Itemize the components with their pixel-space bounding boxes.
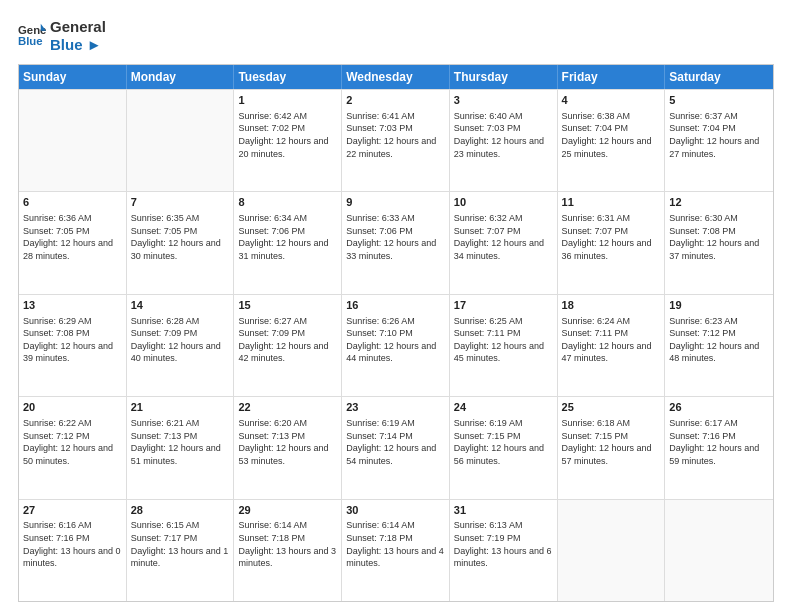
- logo: General Blue General Blue ►: [18, 18, 106, 54]
- week-row-4: 20Sunrise: 6:22 AM Sunset: 7:12 PM Dayli…: [19, 396, 773, 498]
- day-number: 24: [454, 400, 553, 415]
- cell-sun-info: Sunrise: 6:27 AM Sunset: 7:09 PM Dayligh…: [238, 315, 337, 365]
- day-cell-12: 12Sunrise: 6:30 AM Sunset: 7:08 PM Dayli…: [665, 192, 773, 293]
- day-number: 22: [238, 400, 337, 415]
- week-row-5: 27Sunrise: 6:16 AM Sunset: 7:16 PM Dayli…: [19, 499, 773, 601]
- day-cell-11: 11Sunrise: 6:31 AM Sunset: 7:07 PM Dayli…: [558, 192, 666, 293]
- page-header: General Blue General Blue ►: [18, 18, 774, 54]
- day-number: 29: [238, 503, 337, 518]
- day-cell-4: 4Sunrise: 6:38 AM Sunset: 7:04 PM Daylig…: [558, 90, 666, 191]
- empty-cell: [558, 500, 666, 601]
- weekday-header-wednesday: Wednesday: [342, 65, 450, 89]
- cell-sun-info: Sunrise: 6:21 AM Sunset: 7:13 PM Dayligh…: [131, 417, 230, 467]
- cell-sun-info: Sunrise: 6:17 AM Sunset: 7:16 PM Dayligh…: [669, 417, 769, 467]
- week-row-3: 13Sunrise: 6:29 AM Sunset: 7:08 PM Dayli…: [19, 294, 773, 396]
- cell-sun-info: Sunrise: 6:15 AM Sunset: 7:17 PM Dayligh…: [131, 519, 230, 569]
- day-number: 26: [669, 400, 769, 415]
- weekday-header-sunday: Sunday: [19, 65, 127, 89]
- day-cell-30: 30Sunrise: 6:14 AM Sunset: 7:18 PM Dayli…: [342, 500, 450, 601]
- day-cell-3: 3Sunrise: 6:40 AM Sunset: 7:03 PM Daylig…: [450, 90, 558, 191]
- logo-general: General: [50, 18, 106, 36]
- cell-sun-info: Sunrise: 6:19 AM Sunset: 7:14 PM Dayligh…: [346, 417, 445, 467]
- day-number: 18: [562, 298, 661, 313]
- cell-sun-info: Sunrise: 6:36 AM Sunset: 7:05 PM Dayligh…: [23, 212, 122, 262]
- weekday-header-saturday: Saturday: [665, 65, 773, 89]
- day-cell-28: 28Sunrise: 6:15 AM Sunset: 7:17 PM Dayli…: [127, 500, 235, 601]
- day-number: 25: [562, 400, 661, 415]
- day-number: 28: [131, 503, 230, 518]
- cell-sun-info: Sunrise: 6:18 AM Sunset: 7:15 PM Dayligh…: [562, 417, 661, 467]
- day-cell-9: 9Sunrise: 6:33 AM Sunset: 7:06 PM Daylig…: [342, 192, 450, 293]
- day-cell-8: 8Sunrise: 6:34 AM Sunset: 7:06 PM Daylig…: [234, 192, 342, 293]
- day-number: 2: [346, 93, 445, 108]
- svg-text:Blue: Blue: [18, 35, 43, 47]
- day-number: 20: [23, 400, 122, 415]
- day-cell-13: 13Sunrise: 6:29 AM Sunset: 7:08 PM Dayli…: [19, 295, 127, 396]
- week-row-2: 6Sunrise: 6:36 AM Sunset: 7:05 PM Daylig…: [19, 191, 773, 293]
- day-number: 16: [346, 298, 445, 313]
- day-cell-2: 2Sunrise: 6:41 AM Sunset: 7:03 PM Daylig…: [342, 90, 450, 191]
- day-number: 7: [131, 195, 230, 210]
- day-number: 19: [669, 298, 769, 313]
- cell-sun-info: Sunrise: 6:22 AM Sunset: 7:12 PM Dayligh…: [23, 417, 122, 467]
- day-number: 12: [669, 195, 769, 210]
- cell-sun-info: Sunrise: 6:37 AM Sunset: 7:04 PM Dayligh…: [669, 110, 769, 160]
- day-number: 31: [454, 503, 553, 518]
- logo-blue: Blue ►: [50, 36, 106, 54]
- cell-sun-info: Sunrise: 6:16 AM Sunset: 7:16 PM Dayligh…: [23, 519, 122, 569]
- day-number: 13: [23, 298, 122, 313]
- day-number: 5: [669, 93, 769, 108]
- day-cell-14: 14Sunrise: 6:28 AM Sunset: 7:09 PM Dayli…: [127, 295, 235, 396]
- week-row-1: 1Sunrise: 6:42 AM Sunset: 7:02 PM Daylig…: [19, 89, 773, 191]
- day-cell-29: 29Sunrise: 6:14 AM Sunset: 7:18 PM Dayli…: [234, 500, 342, 601]
- cell-sun-info: Sunrise: 6:31 AM Sunset: 7:07 PM Dayligh…: [562, 212, 661, 262]
- cell-sun-info: Sunrise: 6:26 AM Sunset: 7:10 PM Dayligh…: [346, 315, 445, 365]
- day-cell-25: 25Sunrise: 6:18 AM Sunset: 7:15 PM Dayli…: [558, 397, 666, 498]
- cell-sun-info: Sunrise: 6:24 AM Sunset: 7:11 PM Dayligh…: [562, 315, 661, 365]
- empty-cell: [127, 90, 235, 191]
- weekday-header-thursday: Thursday: [450, 65, 558, 89]
- day-cell-24: 24Sunrise: 6:19 AM Sunset: 7:15 PM Dayli…: [450, 397, 558, 498]
- cell-sun-info: Sunrise: 6:20 AM Sunset: 7:13 PM Dayligh…: [238, 417, 337, 467]
- day-cell-23: 23Sunrise: 6:19 AM Sunset: 7:14 PM Dayli…: [342, 397, 450, 498]
- day-cell-21: 21Sunrise: 6:21 AM Sunset: 7:13 PM Dayli…: [127, 397, 235, 498]
- weekday-header-friday: Friday: [558, 65, 666, 89]
- day-cell-22: 22Sunrise: 6:20 AM Sunset: 7:13 PM Dayli…: [234, 397, 342, 498]
- cell-sun-info: Sunrise: 6:38 AM Sunset: 7:04 PM Dayligh…: [562, 110, 661, 160]
- cell-sun-info: Sunrise: 6:29 AM Sunset: 7:08 PM Dayligh…: [23, 315, 122, 365]
- day-cell-1: 1Sunrise: 6:42 AM Sunset: 7:02 PM Daylig…: [234, 90, 342, 191]
- cell-sun-info: Sunrise: 6:41 AM Sunset: 7:03 PM Dayligh…: [346, 110, 445, 160]
- cell-sun-info: Sunrise: 6:35 AM Sunset: 7:05 PM Dayligh…: [131, 212, 230, 262]
- day-cell-18: 18Sunrise: 6:24 AM Sunset: 7:11 PM Dayli…: [558, 295, 666, 396]
- cell-sun-info: Sunrise: 6:14 AM Sunset: 7:18 PM Dayligh…: [238, 519, 337, 569]
- calendar-header: SundayMondayTuesdayWednesdayThursdayFrid…: [19, 65, 773, 89]
- cell-sun-info: Sunrise: 6:32 AM Sunset: 7:07 PM Dayligh…: [454, 212, 553, 262]
- day-cell-19: 19Sunrise: 6:23 AM Sunset: 7:12 PM Dayli…: [665, 295, 773, 396]
- day-number: 15: [238, 298, 337, 313]
- cell-sun-info: Sunrise: 6:28 AM Sunset: 7:09 PM Dayligh…: [131, 315, 230, 365]
- cell-sun-info: Sunrise: 6:34 AM Sunset: 7:06 PM Dayligh…: [238, 212, 337, 262]
- day-cell-27: 27Sunrise: 6:16 AM Sunset: 7:16 PM Dayli…: [19, 500, 127, 601]
- day-number: 21: [131, 400, 230, 415]
- day-cell-26: 26Sunrise: 6:17 AM Sunset: 7:16 PM Dayli…: [665, 397, 773, 498]
- cell-sun-info: Sunrise: 6:23 AM Sunset: 7:12 PM Dayligh…: [669, 315, 769, 365]
- day-cell-16: 16Sunrise: 6:26 AM Sunset: 7:10 PM Dayli…: [342, 295, 450, 396]
- day-number: 8: [238, 195, 337, 210]
- day-number: 11: [562, 195, 661, 210]
- day-number: 3: [454, 93, 553, 108]
- cell-sun-info: Sunrise: 6:40 AM Sunset: 7:03 PM Dayligh…: [454, 110, 553, 160]
- calendar: SundayMondayTuesdayWednesdayThursdayFrid…: [18, 64, 774, 602]
- weekday-header-tuesday: Tuesday: [234, 65, 342, 89]
- day-cell-5: 5Sunrise: 6:37 AM Sunset: 7:04 PM Daylig…: [665, 90, 773, 191]
- day-number: 17: [454, 298, 553, 313]
- day-cell-15: 15Sunrise: 6:27 AM Sunset: 7:09 PM Dayli…: [234, 295, 342, 396]
- empty-cell: [19, 90, 127, 191]
- cell-sun-info: Sunrise: 6:13 AM Sunset: 7:19 PM Dayligh…: [454, 519, 553, 569]
- logo-icon: General Blue: [18, 22, 46, 50]
- day-number: 1: [238, 93, 337, 108]
- cell-sun-info: Sunrise: 6:25 AM Sunset: 7:11 PM Dayligh…: [454, 315, 553, 365]
- calendar-body: 1Sunrise: 6:42 AM Sunset: 7:02 PM Daylig…: [19, 89, 773, 601]
- cell-sun-info: Sunrise: 6:14 AM Sunset: 7:18 PM Dayligh…: [346, 519, 445, 569]
- day-number: 4: [562, 93, 661, 108]
- empty-cell: [665, 500, 773, 601]
